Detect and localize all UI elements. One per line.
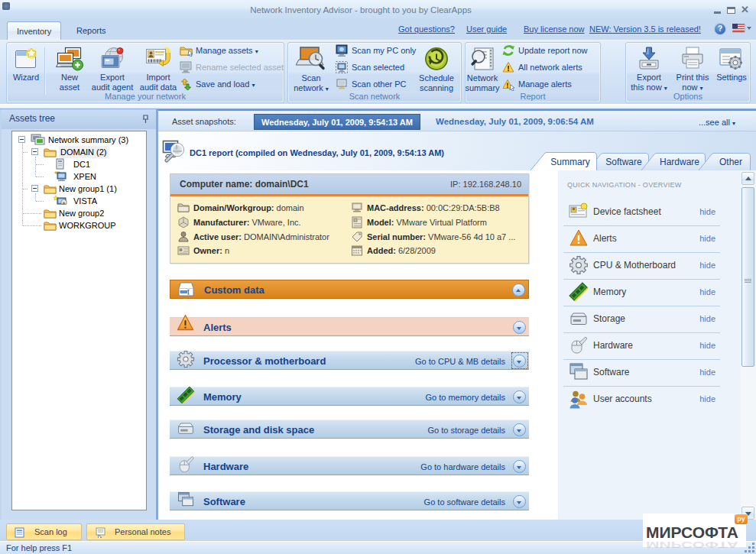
svg-text:Hardware: Hardware [660,157,699,167]
svg-text:Other: Other [719,157,742,167]
svg-text:Summary: Summary [550,157,589,167]
svg-text:Software: Software [605,157,642,167]
